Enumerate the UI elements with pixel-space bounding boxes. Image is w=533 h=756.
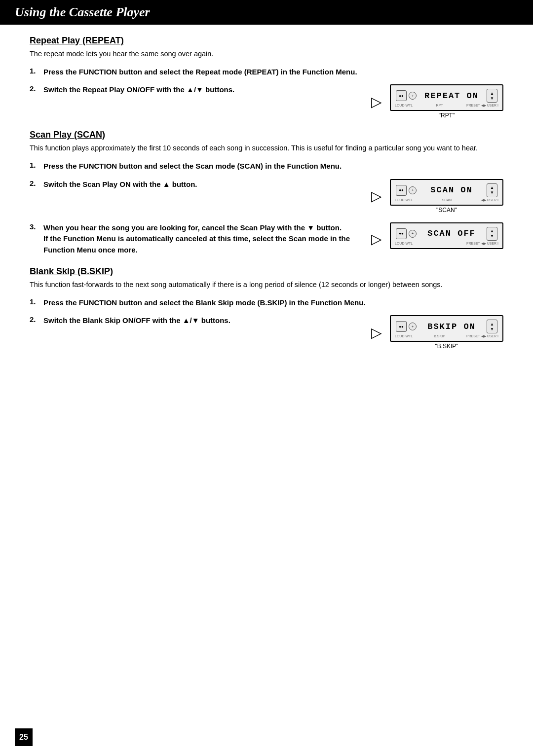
scan-on-display: ●● + SCAN ON ▲ ▼ LOUD WTL [390,179,503,206]
scan-step-1: 1. Press the FUNCTION button and select … [30,161,503,172]
repeat-step-2: 2. Switch the Repeat Play ON/OFF with th… [30,84,503,119]
scan-step-2-number: 2. [30,179,39,187]
scan-step-2-text: Switch the Scan Play ON with the ▲ butto… [43,179,197,190]
scan-step-1-number: 1. [30,161,39,169]
arrow-icon-4: ▷ [371,324,382,341]
repeat-display-caption: "RPT" [439,112,455,119]
scan-disp-circle-1: + [409,186,417,194]
arrow-icon: ▷ [371,94,382,110]
scan-step-1-text: Press the FUNCTION button and select the… [43,161,503,172]
bskip-display-text: BSKIP ON [417,322,487,331]
bskip-display-right-icons: ▲ ▼ [487,320,497,333]
bskip-display-caption: "B.SKIP" [435,343,458,350]
scan-display-left-icons: ●● + [396,185,417,196]
repeat-step-2-text: Switch the Repeat Play ON/OFF with the ▲… [43,84,234,96]
disp-right-box: ▲ ▼ [487,89,497,103]
scan-off-disp-right-box: ▲ ▼ [487,227,497,241]
bskip-section: Blank Skip (B.SKIP) This function fast-f… [30,266,503,350]
scan-step-2: 2. Switch the Scan Play ON with the ▲ bu… [30,179,503,214]
bskip-step-1-number: 1. [30,297,39,306]
bskip-display-small-row: LOUD WTL B.SKIP PRESET ◀▶ USER I [394,334,499,338]
repeat-display-wrapper: ●● + REPEAT ON ▲ ▼ LOUD WTL [390,84,503,119]
repeat-heading: Repeat Play (REPEAT) [30,36,503,46]
display-left-icons: ●● + [396,90,417,101]
bskip-disp-circle-1: + [409,323,417,330]
scan-intro: This function plays approximately the fi… [30,143,503,154]
scan-off-display-right-icons: ▲ ▼ [487,227,497,241]
repeat-display: ●● + REPEAT ON ▲ ▼ LOUD WTL [390,84,503,111]
scan-on-display-text: SCAN ON [417,185,487,195]
scan-step-3-note: If the Function Menu is automatically ca… [43,233,363,255]
bskip-display: ●● + BSKIP ON ▲ ▼ LOUD WTL [390,315,503,342]
page-number: 25 [15,728,33,746]
scan-display-small-row: LOUD WTL SCAN ◀▶ USER I [394,198,499,202]
arrow-icon-2: ▷ [371,188,382,204]
scan-off-disp-circle-1: + [409,230,417,238]
scan-step-3-number: 3. [30,222,39,231]
header-bar: Using the Cassette Player [0,0,533,25]
scan-on-display-caption: "SCAN" [436,207,457,214]
repeat-step-2-number: 2. [30,84,39,93]
scan-off-display-left-icons: ●● + [396,228,417,239]
disp-icon-1: ●● [396,90,407,101]
bskip-step-2: 2. Switch the Blank Skip ON/OFF with the… [30,315,503,350]
scan-off-disp-icon-1: ●● [396,228,407,239]
display-right-icons: ▲ ▼ [487,89,497,103]
bskip-step-2-text: Switch the Blank Skip ON/OFF with the ▲/… [43,315,230,326]
scan-section: Scan Play (SCAN) This function plays app… [30,130,503,255]
scan-disp-icon-1: ●● [396,185,407,196]
scan-step-3-text: When you hear the song you are looking f… [43,222,363,234]
repeat-step-1-number: 1. [30,67,39,75]
main-content: Repeat Play (REPEAT) The repeat mode let… [0,36,533,378]
repeat-display-text: REPEAT ON [417,91,487,101]
repeat-step-1-text: Press the FUNCTION button and select the… [43,67,503,78]
repeat-step-1: 1. Press the FUNCTION button and select … [30,67,503,78]
scan-heading: Scan Play (SCAN) [30,130,503,140]
bskip-display-left-icons: ●● + [396,321,417,332]
bskip-step-2-number: 2. [30,315,39,324]
repeat-section: Repeat Play (REPEAT) The repeat mode let… [30,36,503,119]
scan-step-3: 3. When you hear the song you are lookin… [30,222,503,256]
scan-off-display-text: SCAN OFF [417,229,487,238]
disp-circle-1: + [409,92,417,100]
arrow-icon-3: ▷ [371,231,382,247]
repeat-intro: The repeat mode lets you hear the same s… [30,49,503,60]
bskip-intro: This function fast-forwards to the next … [30,280,503,290]
page-title: Using the Cassette Player [15,5,150,19]
scan-disp-right-box: ▲ ▼ [487,183,497,197]
bskip-display-wrapper: ●● + BSKIP ON ▲ ▼ LOUD WTL [390,315,503,350]
bskip-step-1: 1. Press the FUNCTION button and select … [30,297,503,309]
bskip-step-1-text: Press the FUNCTION button and select the… [43,297,503,309]
bskip-disp-icon-1: ●● [396,321,407,332]
scan-display-right-icons: ▲ ▼ [487,183,497,197]
scan-off-display-wrapper: ●● + SCAN OFF ▲ ▼ LOUD WTL [390,222,503,249]
bskip-disp-right-box: ▲ ▼ [487,320,497,333]
display-small-row: LOUD WTL RPT PRESET ◀▶ USER I [394,104,499,108]
scan-on-display-wrapper: ●● + SCAN ON ▲ ▼ LOUD WTL [390,179,503,214]
scan-off-display: ●● + SCAN OFF ▲ ▼ LOUD WTL [390,222,503,249]
bskip-heading: Blank Skip (B.SKIP) [30,266,503,277]
scan-off-display-small-row: LOUD WTL PRESET ◀▶ USER I [394,242,499,246]
